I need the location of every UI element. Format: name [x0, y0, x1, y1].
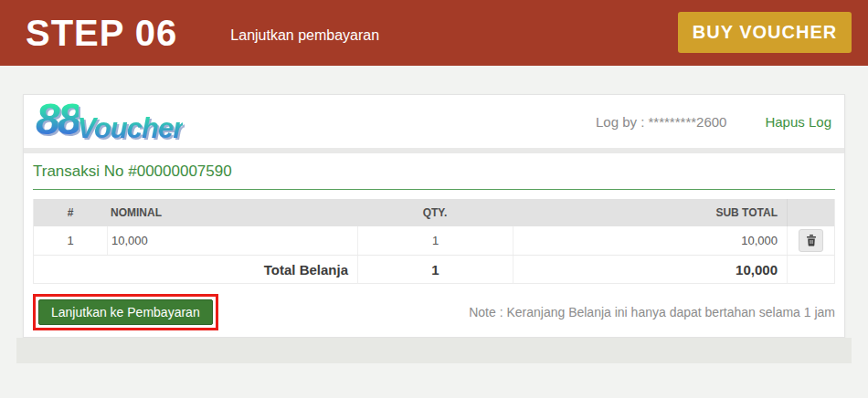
logo-88voucher[interactable]: 88 Voucher — [36, 99, 183, 145]
total-actions-spacer — [787, 256, 834, 283]
trash-icon — [806, 235, 817, 246]
total-qty: 1 — [357, 256, 513, 283]
hapus-log-link[interactable]: Hapus Log — [765, 114, 831, 130]
row-num: 1 — [34, 226, 107, 255]
buy-voucher-button[interactable]: BUY VOUCHER — [678, 12, 852, 53]
transaction-title: Transaksi No #00000007590 — [33, 161, 835, 181]
table-row: 1 10,000 1 10,000 — [34, 226, 834, 256]
session-info: Log by : *********2600 Hapus Log — [596, 114, 831, 130]
delete-row-button[interactable] — [799, 229, 823, 252]
step-subtitle: Lanjutkan pembayaran — [230, 27, 379, 44]
row-subtotal: 10,000 — [513, 226, 787, 255]
col-header-subtotal: SUB TOTAL — [513, 199, 787, 226]
table-header-row: # NOMINAL QTY. SUB TOTAL — [34, 199, 834, 226]
cart-note: Note : Keranjang Belanja ini hanya dapat… — [469, 305, 835, 319]
cart-table: # NOMINAL QTY. SUB TOTAL 1 10,000 1 10,0… — [33, 199, 835, 284]
total-subtotal: 10,000 — [513, 256, 787, 283]
row-qty: 1 — [357, 226, 513, 255]
total-label: Total Belanja — [34, 256, 357, 283]
card-header: 88 Voucher Log by : *********2600 Hapus … — [24, 95, 844, 153]
green-divider — [33, 189, 835, 190]
page-body: 88 Voucher Log by : *********2600 Hapus … — [0, 66, 868, 363]
highlight-box: Lanjutkan ke Pembayaran — [33, 294, 218, 330]
row-actions — [787, 226, 834, 255]
col-header-num: # — [34, 199, 107, 226]
voucher-card: 88 Voucher Log by : *********2600 Hapus … — [23, 94, 845, 338]
lanjutkan-pembayaran-button[interactable]: Lanjutkan ke Pembayaran — [38, 299, 213, 325]
step-title: STEP 06 — [26, 13, 177, 54]
card-shadow-band — [16, 338, 852, 363]
total-row: Total Belanja 1 10,000 — [34, 256, 834, 283]
col-header-actions — [787, 199, 834, 226]
col-header-qty: QTY. — [357, 199, 513, 226]
logo-voucher: Voucher — [77, 112, 183, 145]
page: STEP 06 Lanjutkan pembayaran BUY VOUCHER… — [0, 0, 868, 363]
logo-88: 88 — [36, 99, 79, 141]
card-content: Transaksi No #00000007590 # NOMINAL QTY.… — [24, 153, 844, 337]
row-nominal: 10,000 — [107, 226, 357, 255]
actions-row: Lanjutkan ke Pembayaran Note : Keranjang… — [33, 294, 835, 330]
col-header-nominal: NOMINAL — [107, 199, 357, 226]
step-banner: STEP 06 Lanjutkan pembayaran BUY VOUCHER — [0, 0, 868, 66]
log-by-text: Log by : *********2600 — [596, 114, 726, 130]
